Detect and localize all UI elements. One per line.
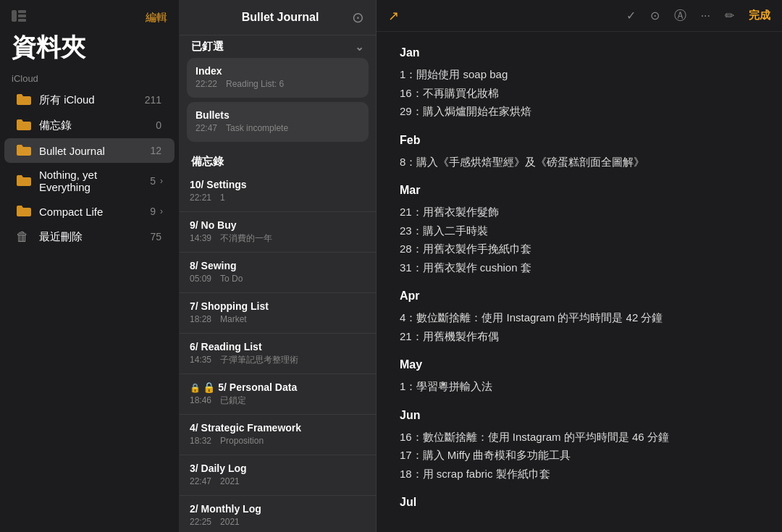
note-title-sewing: 8/ Sewing [190, 260, 366, 271]
svg-rect-1 [18, 10, 26, 13]
pinned-note-index[interactable]: Index 22:22 Reading List: 6 [187, 58, 369, 98]
folder-icon-all-icloud [16, 93, 33, 107]
sidebar-item-trash[interactable]: 🗑 最近刪除 75 [4, 224, 175, 249]
more-icon[interactable]: ··· [701, 9, 710, 22]
note-title-settings: 10/ Settings [190, 179, 366, 190]
content-line: 1：學習粵拼輸入法 [400, 377, 759, 396]
note-subtitle-shopping-list: 18:28 Market [190, 313, 366, 326]
note-item-shopping-list[interactable]: 7/ Shopping List 18:28 Market [180, 293, 376, 334]
content-line: 1：開始使用 soap bag [400, 65, 759, 84]
svg-rect-0 [12, 10, 17, 22]
folder-list: 所有 iCloud 211 備忘錄 0 Bullet Journal 12 No… [0, 87, 179, 532]
month-label-mar: Mar [400, 184, 759, 197]
notes-section-label: 備忘錄 [180, 151, 376, 172]
content-section-jun: Jun16：數位斷捨離：使用 Instagram 的平均時間是 46 分鐘17：… [400, 409, 759, 484]
note-item-settings[interactable]: 10/ Settings 22:21 1 [180, 172, 376, 212]
note-subtitle-personal-data: 18:46 已鎖定 [190, 394, 366, 407]
folder-count-compact-life: 9 [150, 206, 156, 217]
folder-name-notes: 備忘錄 [39, 119, 156, 132]
camera-icon[interactable]: ⊙ [650, 9, 660, 22]
checkmark-icon[interactable]: ✓ [626, 9, 636, 22]
done-button[interactable]: 完成 [749, 9, 770, 22]
content-line: 29：購入焗爐開始在家烘焙 [400, 102, 759, 121]
pinned-note-bullets-title: Bullets [196, 109, 360, 121]
content-section-may: May1：學習粵拼輸入法 [400, 358, 759, 396]
note-title-shopping-list: 7/ Shopping List [190, 300, 366, 312]
content-line: 16：不再購買化妝棉 [400, 84, 759, 103]
right-panel: ↗ ✓ ⊙ Ⓐ ··· ✏ 完成 Jan1：開始使用 soap bag16：不再… [377, 0, 782, 532]
note-item-no-buy[interactable]: 9/ No Buy 14:39 不消費的一年 [180, 212, 376, 253]
month-label-jan: Jan [400, 46, 759, 59]
pinned-note-index-title: Index [196, 65, 360, 77]
month-label-jul: Jul [400, 496, 759, 509]
sidebar-item-bullet-journal[interactable]: Bullet Journal 12 [4, 138, 175, 163]
note-item-sewing[interactable]: 8/ Sewing 05:09 To Do [180, 253, 376, 293]
folders-title: 資料夾 [0, 28, 179, 70]
sidebar-item-nothing-yet-everything[interactable]: Nothing, yet Everything 5 › [4, 164, 175, 198]
sidebar-item-compact-life[interactable]: Compact Life 9 › [4, 199, 175, 224]
notes-list: 10/ Settings 22:21 1 9/ No Buy 14:39 不消費… [180, 172, 376, 532]
left-header: 編輯 [0, 0, 179, 28]
note-title-personal-data: 🔒 5/ Personal Data [190, 381, 366, 393]
note-subtitle-monthly-log: 22:25 2021 [190, 516, 366, 528]
toolbar-icons: ✓ ⊙ Ⓐ ··· ✏ 完成 [626, 7, 770, 24]
note-subtitle-strategic-framework: 18:32 Proposition [190, 435, 366, 447]
folder-icon-compact-life [16, 204, 33, 219]
note-subtitle-daily-log: 22:47 2021 [190, 476, 366, 488]
middle-header: Bullet Journal ⊙ [180, 0, 376, 35]
content-line: 17：購入 Miffy 曲奇模和多功能工具 [400, 446, 759, 465]
month-label-apr: Apr [400, 290, 759, 303]
folder-name-nothing-yet-everything: Nothing, yet Everything [39, 169, 150, 193]
note-item-monthly-log[interactable]: 2/ Monthly Log 22:25 2021 [180, 496, 376, 532]
content-section-jul: Jul [400, 496, 759, 509]
right-toolbar: ↗ ✓ ⊙ Ⓐ ··· ✏ 完成 [377, 0, 782, 32]
edit-button[interactable]: 編輯 [146, 11, 167, 25]
note-item-strategic-framework[interactable]: 4/ Strategic Framework 18:32 Proposition [180, 415, 376, 455]
note-title-monthly-log: 2/ Monthly Log [190, 503, 366, 515]
note-item-personal-data[interactable]: 🔒 5/ Personal Data 18:46 已鎖定 [180, 374, 376, 415]
note-subtitle-reading-list: 14:35 子彈筆記思考整理術 [190, 354, 366, 366]
pinned-section: 已釘選 ⌄ Index 22:22 Reading List: 6 Bullet… [180, 35, 376, 151]
pinned-note-bullets-subtitle: 22:47 Task incomplete [196, 122, 360, 135]
month-label-feb: Feb [400, 134, 759, 147]
at-icon[interactable]: Ⓐ [674, 7, 686, 24]
content-line: 28：用舊衣製作手挽紙巾套 [400, 240, 759, 258]
pinned-label[interactable]: 已釘選 ⌄ [187, 35, 369, 58]
content-line: 31：用舊衣製作 cushion 套 [400, 258, 759, 277]
content-section-feb: Feb8：購入《手感烘焙聖經》及《磅蛋糕剖面全圖解》 [400, 134, 759, 172]
more-options-icon[interactable]: ⊙ [352, 9, 364, 26]
content-line: 21：用舊衣製作髮飾 [400, 203, 759, 221]
month-label-jun: Jun [400, 409, 759, 422]
trash-label: 最近刪除 [39, 230, 150, 244]
note-item-reading-list[interactable]: 6/ Reading List 14:35 子彈筆記思考整理術 [180, 334, 376, 374]
folder-name-all-icloud: 所有 iCloud [39, 93, 145, 107]
folder-count-notes: 0 [156, 119, 161, 131]
folder-name-bullet-journal: Bullet Journal [39, 145, 150, 157]
note-item-daily-log[interactable]: 3/ Daily Log 22:47 2021 [180, 455, 376, 496]
pinned-chevron-icon: ⌄ [355, 41, 364, 54]
sidebar-toggle-icon[interactable] [12, 10, 26, 25]
folder-icon-bullet-journal [16, 143, 33, 158]
pinned-note-index-subtitle: 22:22 Reading List: 6 [196, 78, 360, 90]
expand-icon[interactable]: ↗ [388, 8, 399, 24]
middle-panel: Bullet Journal ⊙ 已釘選 ⌄ Index 22:22 Readi… [180, 0, 377, 532]
sidebar-item-notes[interactable]: 備忘錄 0 [4, 113, 175, 138]
content-section-apr: Apr4：數位斷捨離：使用 Instagram 的平均時間是 42 分鐘21：用… [400, 290, 759, 345]
trash-icon: 🗑 [16, 229, 33, 244]
folder-name-compact-life: Compact Life [39, 206, 150, 218]
content-section-mar: Mar21：用舊衣製作髮飾23：購入二手時裝28：用舊衣製作手挽紙巾套31：用舊… [400, 184, 759, 276]
month-label-may: May [400, 358, 759, 371]
folder-chevron-compact-life: › [160, 206, 163, 216]
left-panel: 編輯 資料夾 iCloud 所有 iCloud 211 備忘錄 0 B [0, 0, 180, 532]
folder-count-all-icloud: 211 [145, 94, 161, 106]
compose-icon[interactable]: ✏ [725, 9, 734, 22]
content-section-jan: Jan1：開始使用 soap bag16：不再購買化妝棉29：購入焗爐開始在家烘… [400, 46, 759, 121]
content-line: 23：購入二手時裝 [400, 221, 759, 240]
sidebar-item-all-icloud[interactable]: 所有 iCloud 211 [4, 88, 175, 112]
middle-title: Bullet Journal [209, 11, 352, 24]
folder-icon-nothing-yet-everything [16, 174, 33, 188]
pinned-note-bullets[interactable]: Bullets 22:47 Task incomplete [187, 102, 369, 142]
content-line: 16：數位斷捨離：使用 Instagram 的平均時間是 46 分鐘 [400, 428, 759, 447]
note-title-no-buy: 9/ No Buy [190, 219, 366, 231]
folder-chevron-nothing-yet-everything: › [160, 176, 163, 186]
